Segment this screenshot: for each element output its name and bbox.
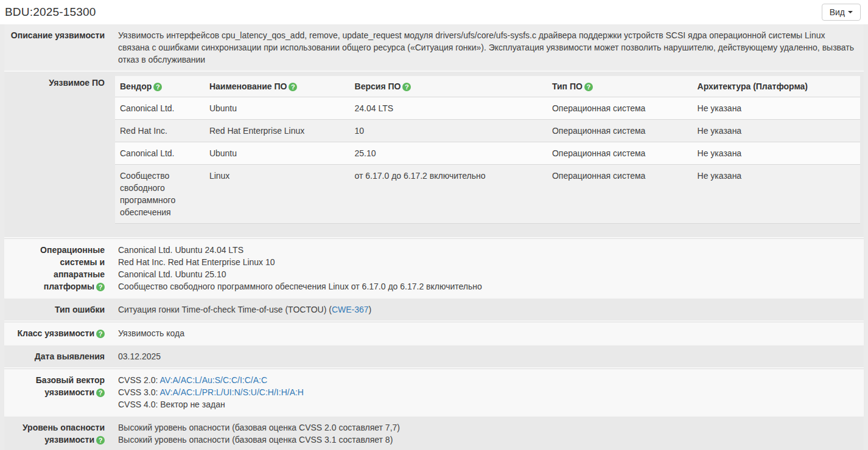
row-base-vector: Базовый вектор уязвимости? CVSS 2.0: AV:… xyxy=(4,369,864,417)
software-table-cell: Операционная система xyxy=(547,97,693,120)
vulnerability-class-label: Класс уязвимости? xyxy=(4,322,115,344)
severity-line: Высокий уровень опасности (базовая оценк… xyxy=(118,421,858,434)
software-table-cell: Ubuntu xyxy=(205,97,350,120)
cvss-line: CVSS 2.0: AV:A/AC:L/Au:S/C:C/I:C/A:C xyxy=(118,374,858,386)
cvss-vector-link[interactable]: AV:A/AC:L/Au:S/C:C/I:C/A:C xyxy=(159,375,267,385)
software-table-cell: Не указана xyxy=(693,142,860,165)
help-icon[interactable]: ? xyxy=(96,330,105,338)
row-severity: Уровень опасности уязвимости? Высокий ур… xyxy=(4,417,864,450)
cvss-line: CVSS 4.0: Вектор не задан xyxy=(118,398,858,410)
software-table-cell: Сообщество свободного программного обесп… xyxy=(115,165,205,224)
view-dropdown-label: Вид xyxy=(830,7,845,17)
row-detection-date: Дата выявления 03.12.2025 xyxy=(4,345,864,369)
software-table-cell: Canonical Ltd. xyxy=(115,97,205,120)
software-column-label: Тип ПО xyxy=(552,81,583,91)
row-platforms: Операционные системы и аппаратные платфо… xyxy=(4,238,864,299)
software-table-cell: Red Hat Inc. xyxy=(115,120,205,142)
software-table-body: Canonical Ltd.Ubuntu24.04 LTSОперационна… xyxy=(115,97,860,224)
base-vector-label: Базовый вектор уязвимости? xyxy=(4,369,115,415)
software-table-row: Red Hat Inc.Red Hat Enterprise Linux10Оп… xyxy=(115,120,860,142)
software-column-header: Архитектура (Платформа) xyxy=(693,76,860,97)
software-column-header: Версия ПО? xyxy=(350,76,547,97)
platform-item: Canonical Ltd. Ubuntu 24.04 LTS xyxy=(118,244,858,256)
vulnerable-software-content: Вендор?Наименование ПО?Версия ПО?Тип ПО?… xyxy=(115,72,864,237)
software-table-cell: Red Hat Enterprise Linux xyxy=(205,120,350,142)
vulnerable-software-label: Уязвимое ПО xyxy=(4,72,115,237)
software-table-cell: 24.04 LTS xyxy=(350,97,547,120)
base-vector-lines: CVSS 2.0: AV:A/AC:L/Au:S/C:C/I:C/A:CCVSS… xyxy=(115,369,864,415)
software-table-cell: Не указана xyxy=(693,165,860,224)
severity-line: Высокий уровень опасности (базовая оценк… xyxy=(118,434,858,446)
software-table-cell: 10 xyxy=(350,120,547,142)
platforms-list: Canonical Ltd. Ubuntu 24.04 LTSRed Hat I… xyxy=(115,239,864,297)
help-icon[interactable]: ? xyxy=(96,283,105,291)
detection-date-label: Дата выявления xyxy=(4,345,115,367)
detection-date-value: 03.12.2025 xyxy=(115,345,864,367)
software-table-cell: от 6.17.0 до 6.17.2 включительно xyxy=(350,165,547,224)
software-column-label: Архитектура (Платформа) xyxy=(698,81,808,91)
cvss-line: CVSS 3.0: AV:A/AC:L/PR:L/UI:N/S:U/C:H/I:… xyxy=(118,386,858,398)
software-column-label: Вендор xyxy=(120,81,152,91)
cvss-vector-text: Вектор не задан xyxy=(160,400,225,409)
software-table-cell: 25.10 xyxy=(350,142,547,165)
platform-item: Red Hat Inc. Red Hat Enterprise Linux 10 xyxy=(118,256,858,268)
page-title: BDU:2025-15300 xyxy=(5,5,96,19)
row-description: Описание уязвимости Уязвимость интерфейс… xyxy=(4,24,864,72)
software-table-cell: Linux xyxy=(205,165,350,224)
platform-item: Сообщество свободного программного обесп… xyxy=(118,280,858,292)
cwe-link[interactable]: CWE-367 xyxy=(332,305,369,314)
software-table: Вендор?Наименование ПО?Версия ПО?Тип ПО?… xyxy=(115,76,860,224)
software-column-label: Наименование ПО xyxy=(209,81,287,91)
help-icon[interactable]: ? xyxy=(96,436,105,445)
help-icon[interactable]: ? xyxy=(402,83,411,91)
help-icon[interactable]: ? xyxy=(584,83,593,91)
software-table-cell: Операционная система xyxy=(547,165,693,224)
software-table-row: Сообщество свободного программного обесп… xyxy=(115,165,860,224)
vulnerability-card: Описание уязвимости Уязвимость интерфейс… xyxy=(4,24,864,450)
severity-label: Уровень опасности уязвимости? xyxy=(4,417,115,450)
software-table-cell: Не указана xyxy=(693,120,860,142)
cvss-vector-link[interactable]: AV:A/AC:L/PR:L/UI:N/S:U/C:H/I:H/A:H xyxy=(159,387,304,397)
row-vulnerability-class: Класс уязвимости? Уязвимость кода xyxy=(4,322,864,345)
page-header: BDU:2025-15300 Вид xyxy=(0,0,868,24)
software-table-row: Canonical Ltd.Ubuntu24.04 LTSОперационна… xyxy=(115,97,860,120)
software-table-cell: Canonical Ltd. xyxy=(115,142,205,165)
software-table-header-row: Вендор?Наименование ПО?Версия ПО?Тип ПО?… xyxy=(115,76,860,97)
severity-lines: Высокий уровень опасности (базовая оценк… xyxy=(115,417,864,450)
software-column-header: Вендор? xyxy=(115,76,205,97)
software-table-cell: Операционная система xyxy=(547,142,693,165)
software-table-cell: Операционная система xyxy=(547,120,693,142)
description-text: Уязвимость интерфейсов cpu_latency_qos_a… xyxy=(115,24,864,71)
software-table-cell: Не указана xyxy=(693,97,860,120)
software-column-header: Тип ПО? xyxy=(547,76,693,97)
software-column-label: Версия ПО xyxy=(355,81,401,91)
vulnerability-class-value: Уязвимость кода xyxy=(115,322,864,344)
description-label: Описание уязвимости xyxy=(4,24,115,71)
view-dropdown-button[interactable]: Вид xyxy=(822,4,861,21)
row-error-type: Тип ошибки Ситуация гонки Time-of-check … xyxy=(4,299,864,322)
platform-item: Canonical Ltd. Ubuntu 25.10 xyxy=(118,268,858,280)
help-icon[interactable]: ? xyxy=(96,389,105,397)
error-type-label: Тип ошибки xyxy=(4,299,115,320)
caret-down-icon xyxy=(848,11,853,13)
platforms-label: Операционные системы и аппаратные платфо… xyxy=(4,239,115,297)
software-table-cell: Ubuntu xyxy=(205,142,350,165)
cvss-prefix: CVSS 4.0: xyxy=(118,400,160,409)
row-vulnerable-software: Уязвимое ПО Вендор?Наименование ПО?Верси… xyxy=(4,72,864,238)
help-icon[interactable]: ? xyxy=(289,83,297,91)
cvss-prefix: CVSS 3.0: xyxy=(118,387,159,397)
software-table-row: Canonical Ltd.Ubuntu25.10Операционная си… xyxy=(115,142,860,165)
cvss-prefix: CVSS 2.0: xyxy=(118,375,159,385)
help-icon[interactable]: ? xyxy=(153,83,162,91)
error-type-value: Ситуация гонки Time-of-check Time-of-use… xyxy=(115,299,864,320)
software-column-header: Наименование ПО? xyxy=(205,76,350,97)
